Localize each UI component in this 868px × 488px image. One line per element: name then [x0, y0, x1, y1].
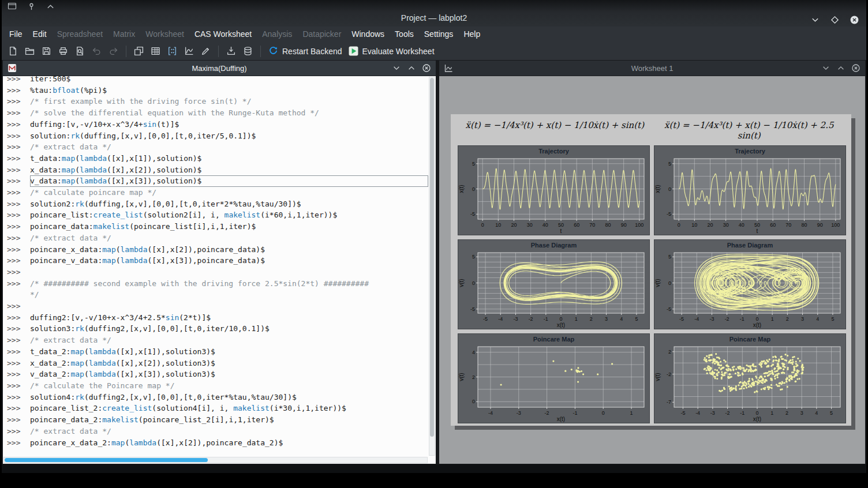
edit-undo-button[interactable] — [89, 44, 104, 58]
print-preview-button[interactable] — [72, 44, 88, 58]
code-line[interactable]: >>>v_data:map(lambda([x],x[3]),solution)… — [7, 175, 428, 187]
code-line[interactable]: >>>x_data_2:map(lambda([x],x[2]),solutio… — [7, 358, 428, 369]
code-line[interactable]: >>>/* extract data */ — [7, 141, 428, 153]
prompt: >>> — [7, 414, 30, 426]
worksheet-maximize-button[interactable] — [836, 63, 845, 73]
cas-maximize-button[interactable] — [407, 63, 416, 73]
menu-help[interactable]: Help — [458, 27, 485, 42]
cas-vertical-scrollbar-thumb[interactable] — [430, 78, 434, 437]
code-line[interactable]: >>>duffing:[v,-v/10+x-x^3/4+sin(t)]$ — [7, 119, 428, 130]
svg-text:-4: -4 — [694, 316, 699, 322]
menu-edit[interactable]: Edit — [28, 27, 52, 42]
svg-text:0: 0 — [472, 280, 475, 286]
code-line[interactable]: >>> — [7, 301, 428, 312]
plot-poincare-map-2[interactable]: Poincare Map-5-4-3-2-10123452-2-7x(t)v(t… — [654, 333, 846, 423]
svg-text:-3: -3 — [709, 316, 714, 322]
plot-phase-diagram-1[interactable]: Phase Diagram-5-4-3-2-1012345-505x(t)v(t… — [458, 239, 650, 329]
code-line[interactable]: */ — [7, 289, 428, 301]
worksheet-window-titlebar[interactable]: Worksheet 1 — [439, 61, 865, 76]
cas-horizontal-scrollbar[interactable] — [3, 457, 428, 463]
cas-close-button[interactable] — [422, 63, 431, 73]
code-line[interactable]: >>>solution2:rk(duffing,[x,v],[0,0],[t,0… — [7, 198, 428, 210]
document-new-button[interactable] — [5, 44, 21, 58]
svg-text:4: 4 — [620, 316, 623, 322]
code-line[interactable]: >>>poincare_data:makelist(poincare_list[… — [7, 221, 428, 232]
new-matrix-button[interactable] — [164, 44, 180, 58]
new-worksheet-button[interactable] — [181, 44, 197, 58]
pin-icon[interactable] — [26, 1, 36, 12]
code-line[interactable]: >>>solution3:rk(duffing2,[x,v],[0,0],[t,… — [7, 323, 428, 335]
restart-backend-button[interactable]: Restart Backend — [265, 44, 345, 58]
code-line[interactable]: >>>/* extract data */ — [7, 335, 428, 346]
shade-icon[interactable] — [45, 1, 55, 12]
code-line[interactable]: >>> — [7, 266, 428, 278]
code-line[interactable]: >>>x_data:map(lambda([x],x[2]),solution)… — [7, 164, 428, 176]
import-file-button[interactable] — [223, 44, 239, 58]
cas-vertical-scrollbar[interactable] — [429, 77, 435, 456]
svg-text:60: 60 — [770, 222, 776, 228]
menu-settings[interactable]: Settings — [419, 27, 459, 42]
new-spreadsheet-button[interactable] — [148, 44, 163, 58]
code-line[interactable]: >>>/* first example with the driving for… — [7, 96, 428, 107]
code-line[interactable]: >>>iter:500$ — [7, 76, 428, 85]
maxima-icon — [8, 63, 17, 73]
cas-horizontal-scrollbar-thumb[interactable] — [5, 458, 208, 462]
cas-window-titlebar[interactable]: Maxima(Duffing) — [3, 61, 436, 76]
svg-text:40: 40 — [542, 222, 548, 228]
menu-tools[interactable]: Tools — [390, 27, 419, 42]
svg-text:v(t): v(t) — [654, 279, 661, 287]
document-print-button[interactable] — [55, 44, 71, 58]
plot-trajectory-2[interactable]: Trajectory0102030405060708090100-505tx(t… — [654, 145, 846, 235]
prompt: >>> — [7, 198, 30, 210]
plot-phase-diagram-2[interactable]: Phase Diagram-5-4-3-2-1012345-505x(t)v(t… — [654, 239, 846, 329]
code-line[interactable]: >>>duffing2:[v,-v/10+x-x^3/4+2.5*sin(2*t… — [7, 312, 428, 324]
cas-code-area[interactable]: >>>iter:500$>>>%tau:bfloat(%pi)$>>>/* fi… — [3, 76, 436, 464]
menu-cas-worksheet[interactable]: CAS Worksheet — [189, 27, 257, 42]
code-line[interactable]: >>>poincare_list_2:create_list(solution4… — [7, 403, 428, 414]
menu-file[interactable]: File — [4, 27, 28, 42]
code-line[interactable]: >>>/* calculate the Poincare map */ — [7, 380, 428, 392]
edit-redo-button[interactable] — [106, 44, 121, 58]
code-line[interactable]: >>>/* extract data */ — [7, 426, 428, 437]
code-text: t_data:map(lambda([x],x[1]),solution)$ — [30, 153, 428, 164]
minimize-button[interactable] — [810, 14, 820, 25]
prompt: >>> — [7, 380, 30, 392]
code-line[interactable]: >>>solution:rk(duffing,[x,v],[0,0],[t,0,… — [7, 130, 428, 142]
code-line[interactable]: >>>/* ########## second example with the… — [7, 278, 428, 290]
import-database-button[interactable] — [240, 44, 256, 58]
code-line[interactable]: >>>poincare_v_data:map(lambda([x],x[3]),… — [7, 255, 428, 266]
plot-poincare-map-1[interactable]: Poincare Map-4-3-2-101024x(t)v(t) — [458, 333, 650, 423]
code-line[interactable]: >>>/* solve the differential equation wi… — [7, 107, 428, 119]
svg-text:0: 0 — [668, 280, 671, 286]
titlebar[interactable]: Project — labplot2 — [2, 0, 866, 27]
code-line[interactable]: >>>poincare_x_data_2:map(lambda([x],x[2]… — [7, 437, 428, 449]
code-text: /* ########## second example with the dr… — [30, 278, 428, 290]
new-datapicker-button[interactable] — [198, 44, 214, 58]
svg-text:x(t): x(t) — [753, 416, 761, 422]
code-line[interactable]: >>>%tau:bfloat(%pi)$ — [7, 85, 428, 96]
code-line[interactable]: >>>poincare_data_2:makelist(poincare_lis… — [7, 414, 428, 426]
close-button[interactable] — [849, 14, 859, 25]
svg-text:5: 5 — [472, 254, 475, 260]
worksheet-close-button[interactable] — [851, 63, 860, 73]
document-save-button[interactable] — [39, 44, 54, 58]
code-line[interactable]: >>>poincare_list:create_list(solution2[i… — [7, 209, 428, 221]
code-line[interactable]: >>>t_data:map(lambda([x],x[1]),solution)… — [7, 153, 428, 164]
code-line[interactable]: >>>t_data_2:map(lambda([x],x[1]),solutio… — [7, 346, 428, 358]
worksheet-page: ẍ(t) = −1/4x³(t) + x(t) − 1/10ẋ(t) + sin… — [451, 114, 851, 426]
window-footer — [2, 464, 866, 473]
code-line[interactable]: >>>/* calculate poincare map */ — [7, 187, 428, 198]
code-line[interactable]: >>>/* extract data */ — [7, 232, 428, 244]
evaluate-worksheet-button[interactable]: Evaluate Worksheet — [346, 44, 437, 58]
code-line[interactable]: >>>poincare_x_data:map(lambda([x],x[2]),… — [7, 244, 428, 256]
worksheet-view[interactable]: ẍ(t) = −1/4x³(t) + x(t) − 1/10ẋ(t) + sin… — [439, 76, 865, 464]
plot-trajectory-1[interactable]: Trajectory0102030405060708090100-505tx(t… — [458, 145, 650, 235]
code-line[interactable]: >>>solution4:rk(duffing2,[x,v],[0,0],[t,… — [7, 392, 428, 403]
code-text: /* first example with the driving force … — [30, 96, 428, 107]
new-workbook-button[interactable] — [131, 44, 147, 58]
menu-windows[interactable]: Windows — [346, 27, 390, 42]
maximize-button[interactable] — [829, 14, 840, 25]
code-line[interactable]: >>>v_data_2:map(lambda([x],x[3]),solutio… — [7, 369, 428, 380]
document-open-button[interactable] — [22, 44, 38, 58]
app-icon[interactable] — [7, 1, 17, 12]
